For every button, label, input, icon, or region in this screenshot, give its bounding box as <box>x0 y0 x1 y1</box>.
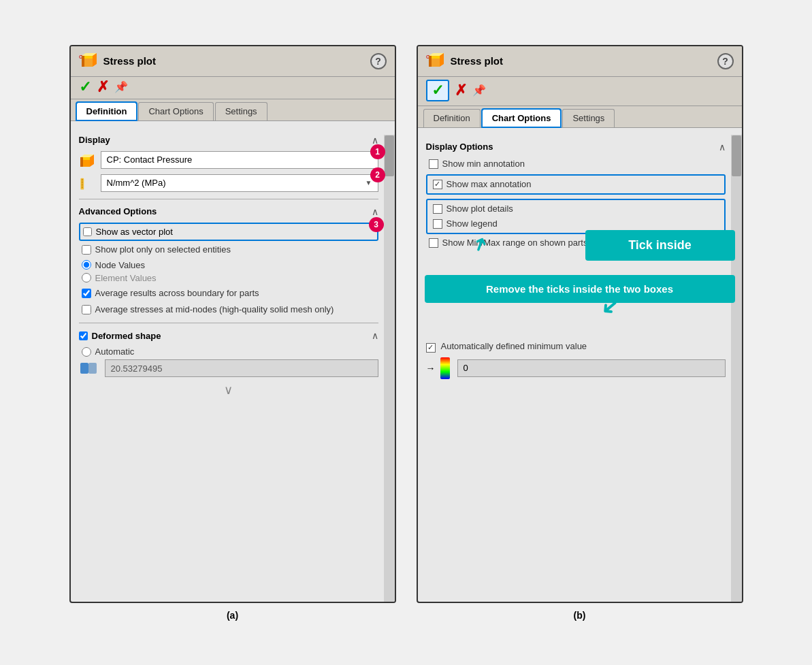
svg-rect-26 <box>440 357 450 379</box>
panel-a-title: Stress plot <box>103 55 157 67</box>
svg-rect-23 <box>429 56 432 67</box>
deformed-shape-checkbox[interactable] <box>79 331 88 340</box>
tab-definition-a[interactable]: Definition <box>76 102 137 120</box>
color-bar-area: → <box>426 357 452 379</box>
avg-boundary-row: Average results across boundary for part… <box>79 287 378 299</box>
tab-chart-options-b[interactable]: Chart Options <box>482 109 562 127</box>
divider-2 <box>79 323 378 323</box>
contact-pressure-input[interactable] <box>101 151 378 169</box>
pin-button-a[interactable]: 📌 <box>114 82 128 93</box>
node-values-label: Node Values <box>95 260 145 270</box>
element-values-row: Element Values <box>79 273 378 283</box>
svg-rect-14 <box>81 182 82 182</box>
tab-settings-b[interactable]: Settings <box>562 109 615 127</box>
ruler-icon <box>79 175 95 191</box>
show-legend-label: Show legend <box>446 218 498 230</box>
show-minmax-check-icon <box>429 238 438 248</box>
automatic-radio[interactable] <box>82 347 91 357</box>
badge-2: 2 <box>370 167 385 182</box>
deform-shape-icon <box>79 360 99 376</box>
unit-select[interactable]: N/mm^2 (MPa) ▼ <box>101 174 378 192</box>
tick-inside-callout: Tick inside <box>585 230 735 261</box>
deformed-title: Deformed shape <box>92 331 161 341</box>
scrollbar-thumb-b <box>732 135 741 176</box>
avg-midnodes-checkbox[interactable] <box>82 305 91 314</box>
panel-b-title-area: σ Stress plot <box>426 52 504 71</box>
display-section-header: Display ∧ <box>79 135 378 146</box>
main-container: σ Stress plot ? ✓ ✗ 📌 <box>42 18 770 648</box>
avg-midnodes-row: Average stresses at mid-nodes (high-qual… <box>79 304 378 316</box>
tick-inside-text: Tick inside <box>628 238 692 252</box>
scrollbar-thumb-a <box>385 135 394 176</box>
tab-definition-b[interactable]: Definition <box>423 109 481 127</box>
tabs-a: Definition Chart Options Settings <box>71 99 395 121</box>
display-options-title: Display Options <box>426 142 493 152</box>
stress-cube-icon-a: σ <box>79 52 98 71</box>
show-vector-plot-checkbox[interactable] <box>83 227 92 236</box>
badge-1: 1 <box>370 144 385 159</box>
panel-b-title: Stress plot <box>451 55 504 67</box>
tabs-b: Definition Chart Options Settings <box>418 106 742 128</box>
show-plot-details-row: Show plot details <box>430 203 721 215</box>
svg-rect-12 <box>81 179 82 180</box>
scrollbar-a[interactable] <box>384 135 395 602</box>
min-value-input[interactable] <box>457 359 726 377</box>
deformed-value-row <box>79 359 378 377</box>
svg-rect-16 <box>81 185 82 186</box>
show-min-annotation-label: Show min annotation <box>442 158 525 170</box>
confirm-button-a[interactable]: ✓ <box>79 80 91 95</box>
tab-chart-options-a[interactable]: Chart Options <box>138 102 213 120</box>
show-legend-check-icon <box>433 219 442 229</box>
deformed-collapse-btn[interactable]: ∧ <box>372 330 378 341</box>
vector-plot-row: Show as vector plot 3 <box>83 227 374 237</box>
color-bar-icon <box>438 357 452 379</box>
show-selected-checkbox[interactable] <box>82 245 91 255</box>
panel-a-title-area: σ Stress plot <box>79 52 157 71</box>
panel-a-content: Display ∧ 1 <box>71 121 395 405</box>
display-options-collapse-btn[interactable]: ∧ <box>719 142 726 152</box>
show-max-annotation-check-icon <box>433 180 442 189</box>
confirm-button-b[interactable]: ✓ <box>426 80 449 101</box>
help-button-b[interactable]: ? <box>717 53 734 69</box>
contact-pressure-field-wrapper: 1 <box>101 151 378 169</box>
help-button-a[interactable]: ? <box>370 53 387 69</box>
show-plot-details-label: Show plot details <box>446 203 513 215</box>
vector-plot-highlight: Show as vector plot 3 <box>79 223 378 241</box>
min-value-row: → <box>426 357 726 379</box>
automatic-label: Automatic <box>95 346 135 357</box>
select-arrow-icon: ▼ <box>366 179 372 186</box>
advanced-collapse-btn[interactable]: ∧ <box>372 206 378 217</box>
toolbar-b: ✓ ✗ 📌 <box>418 77 742 106</box>
remove-ticks-callout: Remove the ticks inside the two boxes <box>425 275 735 303</box>
cancel-button-b[interactable]: ✗ <box>455 83 467 98</box>
node-values-radio[interactable] <box>82 260 91 270</box>
panel-b-wrapper: σ Stress plot ? ✓ ✗ 📌 <box>417 45 743 621</box>
panel-a: σ Stress plot ? ✓ ✗ 📌 <box>69 45 396 603</box>
field-row-1: 1 <box>79 151 378 169</box>
show-plot-details-check-icon <box>433 204 442 214</box>
deformed-title-row: Deformed shape <box>79 331 161 341</box>
svg-rect-19 <box>88 363 97 374</box>
cancel-button-a[interactable]: ✗ <box>97 80 109 95</box>
deformed-value-input[interactable] <box>105 359 378 377</box>
auto-defined-min-check-icon <box>426 343 436 353</box>
show-min-annotation-check-icon <box>429 159 438 169</box>
scrollbar-b[interactable] <box>731 135 742 602</box>
pin-button-b[interactable]: 📌 <box>472 85 486 96</box>
plot-details-legend-highlight: Show plot details Show legend <box>426 199 726 234</box>
show-max-annotation-label: Show max annotation <box>446 178 532 191</box>
element-values-radio[interactable] <box>82 273 91 282</box>
show-selected-row: Show plot only on selected entities <box>79 244 378 256</box>
color-cube-icon <box>79 152 95 168</box>
arrow-pointer-2: ➜ <box>467 233 493 255</box>
advanced-title: Advanced Options <box>79 206 157 216</box>
svg-rect-3 <box>82 56 84 67</box>
node-values-row: Node Values <box>79 260 378 270</box>
divider-1 <box>79 199 378 199</box>
advanced-section-header: Advanced Options ∧ <box>79 206 378 217</box>
remove-ticks-text: Remove the ticks inside the two boxes <box>486 283 673 295</box>
avg-boundary-label: Average results across boundary for part… <box>95 287 259 299</box>
avg-boundary-checkbox[interactable] <box>82 289 91 298</box>
show-vector-plot-label: Show as vector plot <box>96 227 173 237</box>
tab-settings-a[interactable]: Settings <box>215 102 267 120</box>
